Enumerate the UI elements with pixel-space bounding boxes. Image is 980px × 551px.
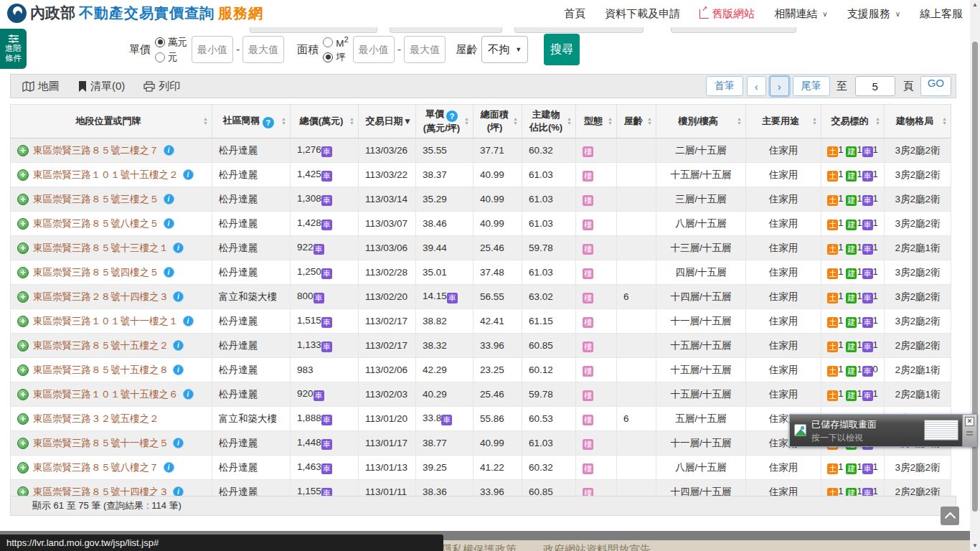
page-number-input[interactable] xyxy=(855,76,895,96)
info-icon[interactable]: i xyxy=(164,194,174,204)
col-address[interactable]: 地段位置或門牌▲▼ xyxy=(11,105,212,138)
radio-m2-icon[interactable] xyxy=(323,37,333,47)
expand-row-icon[interactable]: + xyxy=(17,364,29,376)
address-link[interactable]: 東區崇賢三路８５號十五樓之２ xyxy=(33,339,169,352)
expand-row-icon[interactable]: + xyxy=(17,438,29,449)
address-link[interactable]: 東區崇賢三路８５號八樓之５ xyxy=(33,217,159,230)
expand-row-icon[interactable]: + xyxy=(17,340,29,352)
sort-icon[interactable]: ▲▼ xyxy=(647,117,652,126)
nav-home[interactable]: 首頁 xyxy=(564,7,585,21)
expand-row-icon[interactable]: + xyxy=(17,291,29,303)
go-button[interactable]: GO xyxy=(920,76,951,96)
expand-row-icon[interactable]: + xyxy=(17,169,29,181)
col-floor[interactable]: 樓別/樓高▲▼ xyxy=(656,105,746,138)
address-link[interactable]: 東區崇賢三路８５號八樓之７ xyxy=(33,461,159,474)
address-link[interactable]: 東區崇賢三路８５號二樓之７ xyxy=(33,144,159,157)
col-unit-price[interactable]: 單價?(萬元/坪)▲▼ xyxy=(416,105,473,138)
scrollbar[interactable]: ▲ ▼ xyxy=(970,0,980,551)
info-icon[interactable]: i xyxy=(173,242,184,253)
sort-icon[interactable]: ▲▼ xyxy=(203,117,208,126)
expand-row-icon[interactable]: + xyxy=(17,267,29,278)
sort-icon[interactable]: ▲▼ xyxy=(349,117,354,126)
col-total-area[interactable]: 總面積(坪)▲▼ xyxy=(473,105,522,138)
radio-ping[interactable]: 坪 xyxy=(323,51,349,64)
search-button[interactable]: 搜尋 xyxy=(544,34,580,65)
nav-old-site[interactable]: 舊版網站 xyxy=(699,7,755,21)
unit-price-max-input[interactable] xyxy=(242,36,284,63)
col-type[interactable]: 型態▲▼ xyxy=(576,105,617,138)
sort-icon[interactable]: ▲▼ xyxy=(281,117,286,126)
radio-yuan-icon[interactable] xyxy=(155,52,165,62)
info-icon[interactable]: i xyxy=(173,291,184,302)
saved-list-button[interactable]: 清單(0) xyxy=(78,80,125,93)
info-icon[interactable]: i xyxy=(164,267,174,278)
sort-icon[interactable]: ▲▼ xyxy=(464,117,469,126)
screenshot-saved-toast[interactable]: 已儲存擷取畫面 按一下以檢視 ✕ xyxy=(789,414,977,447)
sort-desc-icon[interactable]: ▼ xyxy=(403,117,412,126)
unit-price-min-input[interactable] xyxy=(192,36,233,63)
screenshot-thumbnail[interactable] xyxy=(924,420,958,441)
col-age[interactable]: 屋齡▲▼ xyxy=(617,105,656,138)
help-icon[interactable]: ? xyxy=(446,110,458,122)
footer-link-opendata[interactable]: 政府網站資料開放宣告 xyxy=(543,543,651,551)
info-icon[interactable]: i xyxy=(173,438,184,448)
address-link[interactable]: 東區崇賢三路８５號四樓之５ xyxy=(33,266,159,279)
last-page-button[interactable]: 尾筆 xyxy=(793,76,830,96)
area-min-input[interactable] xyxy=(353,36,395,63)
info-icon[interactable]: i xyxy=(183,169,194,180)
radio-wan-icon[interactable] xyxy=(155,37,165,47)
sort-icon[interactable]: ▲▼ xyxy=(737,117,742,126)
address-link[interactable]: 東區崇賢三路２８號十四樓之３ xyxy=(33,291,169,303)
map-view-button[interactable]: 地圖 xyxy=(22,80,60,93)
age-select[interactable]: 不拘▼ xyxy=(481,36,528,63)
col-main-use[interactable]: 主要用途▲▼ xyxy=(746,105,821,138)
nav-download[interactable]: 資料下載及申請 xyxy=(605,7,680,21)
sort-icon[interactable]: ▲▼ xyxy=(812,117,817,126)
info-icon[interactable]: i xyxy=(164,145,174,156)
address-link[interactable]: 東區崇賢三路８５號十一樓之５ xyxy=(33,437,169,450)
nav-related-links[interactable]: 相關連結 xyxy=(774,7,827,21)
address-link[interactable]: 東區崇賢三路８５號十五樓之８ xyxy=(33,364,169,377)
expand-row-icon[interactable]: + xyxy=(17,242,29,254)
radio-yuan[interactable]: 元 xyxy=(155,51,187,64)
sort-icon[interactable]: ▲▼ xyxy=(875,117,880,126)
help-icon[interactable]: ? xyxy=(263,117,274,128)
close-icon[interactable]: ✕ xyxy=(965,417,974,426)
sort-icon[interactable]: ▲▼ xyxy=(567,117,572,126)
expand-row-icon[interactable]: + xyxy=(17,218,29,230)
print-button[interactable]: 列印 xyxy=(143,80,180,93)
address-link[interactable]: 東區崇賢三路８５號三樓之５ xyxy=(33,193,159,206)
expand-row-icon[interactable]: + xyxy=(17,462,29,474)
col-total-price[interactable]: 總價(萬元)▲▼ xyxy=(291,105,359,138)
nav-online-service[interactable]: 線上客服 xyxy=(920,7,963,21)
expand-row-icon[interactable]: + xyxy=(17,389,29,400)
info-icon[interactable]: i xyxy=(164,462,174,473)
expand-row-icon[interactable]: + xyxy=(17,194,29,205)
sort-icon[interactable]: ▲▼ xyxy=(513,117,518,126)
address-link[interactable]: 東區崇賢三路１０１號十五樓之６ xyxy=(33,388,179,401)
address-link[interactable]: 東區崇賢三路８５號十三樓之１ xyxy=(33,242,169,255)
area-max-input[interactable] xyxy=(404,36,446,63)
address-link[interactable]: 東區崇賢三路１０１號十五樓之２ xyxy=(33,169,179,182)
radio-ping-icon[interactable] xyxy=(323,52,333,62)
advanced-conditions-button[interactable]: 進階 條件 xyxy=(0,29,27,69)
info-icon[interactable]: i xyxy=(183,316,194,326)
back-to-top-button[interactable] xyxy=(941,507,959,525)
address-link[interactable]: 東區崇賢三路３２號五樓之２ xyxy=(33,413,159,425)
site-logo[interactable]: 內政部 不動產交易實價查詢 服務網 xyxy=(7,3,263,23)
first-page-button[interactable]: 首筆 xyxy=(706,76,743,96)
sort-icon[interactable]: ▲▼ xyxy=(608,117,613,126)
col-main-ratio[interactable]: 主建物佔比(%)▲▼ xyxy=(522,105,576,138)
prev-page-button[interactable]: ‹ xyxy=(747,76,766,96)
expand-row-icon[interactable]: + xyxy=(17,316,29,327)
col-deal-target[interactable]: 交易標的▲▼ xyxy=(821,105,885,138)
col-layout[interactable]: 建物格局▲▼ xyxy=(885,105,951,138)
nav-support[interactable]: 支援服務 xyxy=(847,7,900,21)
radio-wan[interactable]: 萬元 xyxy=(155,36,187,49)
scroll-up-arrow[interactable]: ▲ xyxy=(970,0,980,10)
expand-row-icon[interactable]: + xyxy=(17,413,29,425)
info-icon[interactable]: i xyxy=(183,389,194,400)
info-icon[interactable]: i xyxy=(164,218,174,229)
next-page-button[interactable]: › xyxy=(770,76,789,96)
scroll-down-arrow[interactable]: ▼ xyxy=(970,541,980,551)
